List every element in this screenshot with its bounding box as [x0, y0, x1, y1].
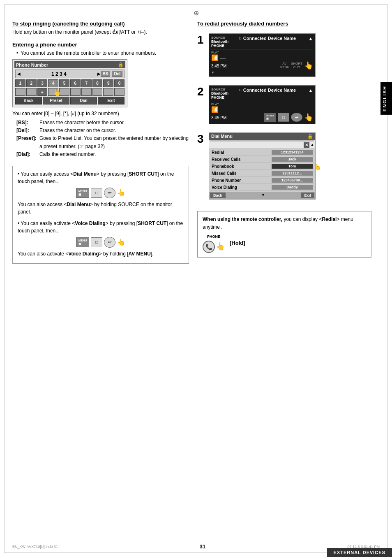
bullet-preset: [Preset]: Goes to Preset List. You can p…: [16, 135, 189, 150]
key-blank8: [103, 88, 113, 96]
step1-source: SOURCE: [211, 36, 228, 39]
dial-row-phonebook-value[interactable]: Tom 👆: [272, 164, 313, 169]
remote-note-bold: When using the remote controller,: [203, 216, 282, 222]
remote-note-inner: PHONE 📞 👆 [Hold]: [203, 234, 366, 253]
clip-icon: □: [91, 188, 102, 198]
note-item-voice-dialing: • You can easily activate <Voice Dialing…: [18, 220, 184, 258]
key-5[interactable]: 5: [59, 79, 69, 87]
dial-row-redial-value[interactable]: 12312341234: [272, 150, 313, 155]
step2-bt-icon: B: [239, 88, 242, 92]
bullet-preset-label: [Preset]:: [16, 135, 37, 150]
dial-row-phonebook-label: Phonebook: [212, 164, 249, 169]
dial-row-phonenumber: Phone Number 123456789...: [210, 177, 314, 184]
dial-row-missed-label: Missed Calls: [212, 171, 249, 176]
key-9[interactable]: 9: [103, 79, 113, 87]
key-4[interactable]: 4: [48, 79, 58, 87]
dial-row-received-value[interactable]: Jack: [272, 157, 313, 162]
phone-keypad-row2: # 👆: [15, 88, 125, 96]
dial-row-phonenumber-value[interactable]: 123456789...: [272, 178, 313, 183]
phone-screen-title-bar: Phone Number 🔒: [14, 61, 125, 68]
bullet-list: [BS]: Erases the character before the cu…: [12, 119, 189, 158]
key-7[interactable]: 7: [81, 79, 92, 87]
remote-hand-icon: 👆: [216, 241, 225, 253]
step1-down-label: ▼: [211, 71, 214, 74]
dial-menu-title-bar: Dial Menu 🔒: [209, 133, 315, 140]
step2-clip-btn[interactable]: □: [278, 113, 289, 122]
step2-return-btn[interactable]: ↩: [291, 113, 302, 122]
page-number: 31: [58, 543, 348, 550]
step3-row: 3 Dial Menu 🔒 ✕ ▲ Redial 123: [197, 132, 371, 200]
hand-icon-2: 👆: [117, 237, 125, 248]
dial-row-missed-value[interactable]: 12311112...: [272, 171, 313, 176]
main-content: To stop ringing (canceling the outgoing …: [12, 21, 371, 532]
dial-up-arrow: ▲: [310, 142, 314, 148]
key-0[interactable]: 0: [114, 79, 125, 87]
step3-content: Dial Menu 🔒 ✕ ▲ Redial 12312341234: [209, 132, 316, 200]
key-blank1: [15, 88, 25, 96]
step2-menu-btn[interactable]: MENU▦: [264, 113, 276, 122]
phone-button-icon[interactable]: 📞: [203, 241, 215, 253]
back-button[interactable]: Back: [15, 97, 42, 104]
redial-heading: To redial previously dialed numbers: [197, 21, 371, 27]
key-1[interactable]: 1: [15, 79, 25, 87]
step1-device-screen: SOURCE BluetoothPHONE B Connected Device…: [209, 33, 316, 77]
dial-row-voicedialing: Voice Dialing Daddy: [210, 184, 314, 191]
external-devices-tab: EXTERNAL DEVICES: [327, 548, 392, 557]
phone-screen-input: ◀ 1 2 3 4 ▶ BS Del: [15, 70, 125, 78]
return-icon: ↩: [104, 188, 115, 198]
dial-hand-icon: 👆: [314, 164, 321, 170]
page-footer: EN_KW-AVX710[U].indb 31 31 07.12.6 3:31:…: [12, 543, 380, 550]
dial-menu-screen: Dial Menu 🔒 ✕ ▲ Redial 12312341234: [209, 132, 316, 200]
key-3[interactable]: 3: [37, 79, 48, 87]
note-voice-text: • You can easily activate <Voice Dialing…: [18, 220, 184, 234]
menu-icon-2: MENU▦: [76, 237, 90, 247]
step2-signal: 📶 —: [211, 106, 313, 113]
step2-device-screen: SOURCE BluetoothPHONE B Connected Device…: [209, 85, 316, 124]
dial-row-phonebook: Phonebook Tom 👆: [210, 163, 314, 170]
exit-button[interactable]: Exit: [98, 97, 125, 104]
entering-heading: Entering a phone number: [12, 42, 189, 48]
step2-content: SOURCE BluetoothPHONE B Connected Device…: [209, 85, 316, 124]
phone-screen-lock-icon: 🔒: [118, 62, 124, 67]
stop-ringing-heading: To stop ringing (canceling the outgoing …: [12, 21, 189, 27]
key-2[interactable]: 2: [26, 79, 37, 87]
step1-row: 1 SOURCE BluetoothPHONE B Connected Devi…: [197, 33, 371, 77]
remote-note: When using the remote controller, you ca…: [197, 211, 371, 258]
phone-label: PHONE: [207, 234, 220, 239]
note-dial-menu-text: • You can easily access <Dial Menu> by p…: [18, 170, 184, 185]
key-8[interactable]: 8: [92, 79, 103, 87]
bullet-dial-text: Calls the entered number.: [39, 151, 96, 158]
phone-screen-title-label: Phone Number: [16, 63, 48, 67]
note-item-dial-menu: • You can easily access <Dial Menu> by p…: [18, 170, 184, 216]
dial-close-btn[interactable]: ✕: [304, 142, 309, 148]
bullet-bs-text: Erases the character before the cursor.: [39, 119, 125, 127]
dial-exit-button[interactable]: Exit: [301, 193, 314, 198]
del-button[interactable]: Del: [112, 71, 122, 77]
preset-button[interactable]: Preset: [43, 97, 69, 104]
dial-row-missed: Missed Calls 12311112...: [210, 170, 314, 177]
dial-menu-title-label: Dial Menu: [211, 134, 233, 139]
dial-row-redial-label: Redial: [212, 150, 249, 155]
return-icon-2: ↩: [104, 237, 115, 248]
shortcut-icons-1: MENU▦ □ ↩ 👆: [18, 188, 184, 198]
phone-screen-bottom-bar: Back Preset Dial Exit: [15, 97, 125, 104]
entering-bullet-text: • You cannot use the remote controller t…: [12, 49, 189, 57]
dial-row-voicedialing-value[interactable]: Daddy: [272, 185, 313, 190]
hold-label: [Hold]: [230, 239, 245, 248]
step2-header: SOURCE BluetoothPHONE B Connected Device…: [211, 88, 313, 101]
menu-icon: MENU▦: [76, 188, 90, 197]
bs-del-group: BS Del: [101, 71, 122, 77]
step2-bt: BluetoothPHONE: [211, 91, 228, 100]
phone-input-value: 1 2 3 4: [21, 71, 97, 77]
dial-back-button[interactable]: Back: [210, 193, 226, 198]
key-6[interactable]: 6: [70, 79, 81, 87]
step1-device-name: Connected Device Name: [243, 36, 296, 41]
hand-touch-icon: 👆: [52, 88, 61, 97]
step2-up-arrow: ▲: [308, 88, 313, 93]
dial-row-redial: Redial 12312341234: [210, 149, 314, 156]
bs-button[interactable]: BS: [101, 71, 111, 77]
dial-button[interactable]: Dial: [70, 97, 97, 104]
remote-note-text: When using the remote controller, you ca…: [203, 216, 366, 231]
footer-file: EN_KW-AVX710[U].indb 31: [12, 545, 58, 549]
key-hash[interactable]: #: [37, 88, 48, 96]
